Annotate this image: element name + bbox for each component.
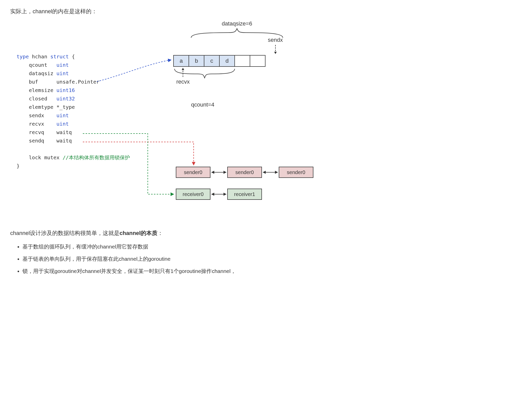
field-closed: closed [29,96,56,102]
bullet-item: 锁，用于实现goroutine对channel并发安全，保证某一时刻只有1个go… [22,268,311,275]
brace-bottom-icon [173,68,236,78]
sender-box: sender0 [227,167,262,178]
field-buf: buf [29,79,56,85]
field-sendx: sendx [29,112,56,119]
field-recvq: recvq [29,129,56,135]
field-recvx: recvx [29,121,56,127]
summary-post: ： [157,230,163,236]
diagram-area: type hchan struct { qcount uint dataqsiz… [10,20,311,222]
type-ptr-type: *_type [57,104,75,110]
dataqsize-label: dataqsize=6 [173,20,301,27]
buffer-cell [250,55,265,67]
type-waitq: waitq [57,138,72,144]
open-brace: { [69,54,75,60]
struct-name: hchan [29,54,50,60]
sendx-indicator: sendx [268,37,283,54]
field-sendq: sendq [29,138,56,144]
receiver-box: receiver0 [176,189,210,200]
buffer-cell: a [173,55,189,67]
intro-text: 实际上，channel的内在是这样的： [10,8,311,15]
field-lock: lock mutex [29,154,62,161]
dash-arrow-down-icon [275,45,276,54]
lock-comment: //本结构体所有数据用锁保护 [63,154,130,161]
buffer-cell: c [204,55,220,67]
field-dataqsiz: dataqsiz [29,70,56,76]
qcount-label: qcount=4 [191,101,214,108]
struct-code: type hchan struct { qcount uint dataqsiz… [17,52,130,170]
summary-pre: channel设计涉及的数据结构很简单，这就是 [10,230,119,236]
type-uint: uint [57,121,69,127]
sendx-label: sendx [268,37,283,43]
type-unsafe-pointer: unsafe.Pointer [57,79,100,85]
close-brace: } [17,163,20,169]
type-uint32: uint32 [57,96,75,102]
field-qcount: qcount [29,62,56,68]
bullet-item: 基于链表的单向队列，用于保存阻塞在此channel上的goroutine [22,255,311,262]
buffer-cells: a b c d [173,55,265,67]
type-waitq: waitq [57,129,72,135]
receiver-box: receiver1 [227,189,262,200]
type-uint: uint [57,62,69,68]
summary-text: channel设计涉及的数据结构很简单，这就是channel的本质： [10,229,311,237]
bullet-list: 基于数组的循环队列，有缓冲的channel用它暂存数据 基于链表的单向队列，用于… [10,243,311,275]
bullet-item: 基于数组的循环队列，有缓冲的channel用它暂存数据 [22,243,311,250]
buffer-cell [234,55,250,67]
field-elemsize: elemsize [29,87,56,93]
type-uint: uint [57,112,69,119]
sender-box: sender0 [279,167,313,178]
kw-type: type [17,54,29,60]
sender-box: sender0 [176,167,210,178]
buffer-cell: d [219,55,235,67]
summary-bold: channel的本质 [119,230,157,236]
recvx-label: recvx [176,78,190,85]
kw-struct: struct [50,54,69,60]
type-uint16: uint16 [57,87,75,93]
field-elemtype: elemtype [29,104,56,110]
buffer-diagram: dataqsize=6 sendx a b c d recvx [173,20,301,38]
type-uint: uint [57,70,69,76]
buffer-cell: b [189,55,204,67]
